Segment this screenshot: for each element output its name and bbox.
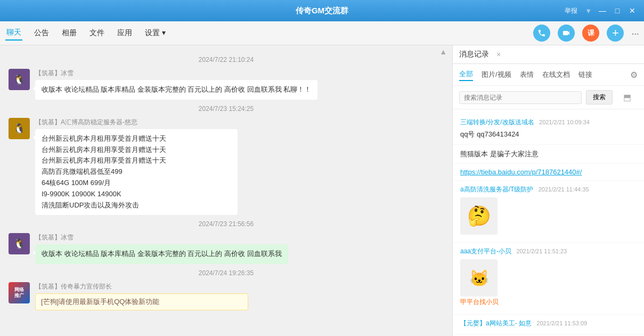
- avatar-4: 网络推广: [9, 282, 30, 303]
- bubble-1: 收版本 收论坛精品 版本库精品 金装版本完整的 百元以上的 高价收 回血联系我 …: [35, 80, 317, 100]
- filter-tab-link[interactable]: 链接: [578, 69, 592, 81]
- window-title: 传奇GM交流群: [296, 6, 348, 16]
- nav-bar: 聊天 公告 相册 文件 应用 设置 ▾ 课 + ···: [0, 21, 644, 45]
- right-panel: 消息记录 × 全部 图片/视频 表情 在线文档 链接 ⚙ 搜索 ⬒ 三端转换/分…: [452, 45, 644, 336]
- window-controls: — □ ✕: [596, 4, 639, 17]
- timestamp-1: 2024/7/22 21:10:24: [0, 56, 452, 63]
- video-call-btn[interactable]: [558, 25, 575, 42]
- class-btn[interactable]: 课: [582, 25, 599, 42]
- search-btn[interactable]: 搜索: [586, 90, 613, 105]
- bubble-2: 台州新云机房本月租用享受首月赠送十天 台州新云机房本月租用享受首月赠送十天 台州…: [35, 129, 238, 215]
- record-sender-5: aaa支付平台-小贝 2021/2/21 11:51:23: [460, 247, 637, 256]
- nav-right: 课 + ···: [533, 25, 639, 42]
- sender-name-4: 【筑基】传奇暴力宣传部长: [35, 282, 444, 291]
- sticker-caption: 甲平台找小贝: [460, 298, 637, 307]
- avatar-1: 🐧: [9, 69, 30, 90]
- nav-item-settings[interactable]: 设置 ▾: [144, 26, 167, 40]
- phone-call-btn[interactable]: [533, 25, 550, 42]
- chat-area[interactable]: ▲ 2024/7/22 21:10:24 🐧 【筑基】冰雪 收版本 收论坛精品 …: [0, 45, 452, 336]
- filter-tab-all[interactable]: 全部: [459, 68, 473, 81]
- search-bar: 搜索 ⬒: [453, 86, 644, 109]
- record-text-2: 熊猫版本 是骗子大家注意: [460, 149, 637, 159]
- record-link-1[interactable]: https://tieba.baidu.com/p/7187621440#/: [460, 168, 582, 176]
- search-input[interactable]: [459, 91, 582, 104]
- nav-left: 聊天 公告 相册 文件 应用 设置 ▾: [5, 26, 167, 41]
- minimize-btn[interactable]: —: [596, 4, 609, 17]
- title-bar: 传奇GM交流群 举报 ▼ — □ ✕: [0, 0, 644, 21]
- message-group-3: 🐧 【筑基】冰雪 收版本 收论坛精品 版本库精品 金装版本完整的 百元以上的 高…: [9, 233, 444, 264]
- bubble-3: 收版本 收论坛精品 版本库精品 金装版本完整的 百元以上的 高价收 回血联系我: [35, 244, 288, 264]
- records-list[interactable]: 三端转换/分发/改版送域名 2021/2/21 10:09:34 qq号 qq7…: [453, 109, 644, 336]
- nav-item-file[interactable]: 文件: [88, 26, 105, 40]
- record-emoji-5: 🐱 甲平台找小贝: [460, 259, 637, 307]
- filter-tab-emoji[interactable]: 表情: [520, 69, 534, 81]
- bubble-4: [芒狗]请使用最新版手机QQ体验新功能: [35, 293, 248, 310]
- record-item-5: aaa支付平台-小贝 2021/2/21 11:51:23 🐱 甲平台找小贝: [453, 243, 644, 315]
- record-text-1: qq号 qq736413424: [460, 129, 637, 140]
- nav-item-app[interactable]: 应用: [116, 26, 133, 40]
- avatar-3: 🐧: [9, 233, 30, 254]
- message-content-1: 【筑基】冰雪 收版本 收论坛精品 版本库精品 金装版本完整的 百元以上的 高价收…: [35, 69, 444, 100]
- timestamp-2: 2024/7/23 15:24:25: [0, 105, 452, 113]
- timestamp-3: 2024/7/23 21:56:56: [0, 220, 452, 228]
- add-btn[interactable]: +: [607, 25, 624, 42]
- message-content-3: 【筑基】冰雪 收版本 收论坛精品 版本库精品 金装版本完整的 百元以上的 高价收…: [35, 233, 444, 264]
- record-item-6: 【元婴】a网站美工- 如意 2021/2/21 11:53:09: [453, 315, 644, 335]
- message-content-4: 【筑基】传奇暴力宣传部长 [芒狗]请使用最新版手机QQ体验新功能: [35, 282, 444, 310]
- record-item-4: a高防清洗服务器/T级防护 2021/2/21 11:44:35 🤔: [453, 181, 644, 243]
- message-group-4: 网络推广 【筑基】传奇暴力宣传部长 [芒狗]请使用最新版手机QQ体验新功能: [9, 282, 444, 310]
- sender-name-3: 【筑基】冰雪: [35, 233, 444, 242]
- record-item-1: 三端转换/分发/改版送域名 2021/2/21 10:09:34 qq号 qq7…: [453, 114, 644, 145]
- main-layout: ▲ 2024/7/22 21:10:24 🐧 【筑基】冰雪 收版本 收论坛精品 …: [0, 45, 644, 336]
- emoji-sticker-2: 🐱: [460, 259, 498, 297]
- export-btn[interactable]: ⬒: [617, 90, 638, 105]
- filter-icon[interactable]: ⚙: [630, 70, 638, 80]
- filter-tab-doc[interactable]: 在线文档: [542, 69, 570, 81]
- filter-tabs: 全部 图片/视频 表情 在线文档 链接 ⚙: [453, 64, 644, 86]
- record-emoji-4: 🤔: [460, 197, 637, 235]
- nav-item-chat[interactable]: 聊天: [5, 26, 22, 41]
- message-group-1: 🐧 【筑基】冰雪 收版本 收论坛精品 版本库精品 金装版本完整的 百元以上的 高…: [9, 69, 444, 100]
- avatar-2: 🐧: [9, 118, 30, 139]
- record-item-3: https://tieba.baidu.com/p/7187621440#/: [453, 164, 644, 181]
- close-btn[interactable]: ✕: [626, 4, 639, 17]
- panel-close-btn[interactable]: ×: [496, 50, 501, 59]
- record-sender-1: 三端转换/分发/改版送域名 2021/2/21 10:09:34: [460, 118, 637, 127]
- panel-header: 消息记录 ×: [453, 45, 644, 64]
- sender-name-1: 【筑基】冰雪: [35, 69, 444, 78]
- panel-title: 消息记录: [459, 50, 489, 59]
- nav-item-album[interactable]: 相册: [61, 26, 78, 40]
- timestamp-4: 2024/7/24 19:26:35: [0, 269, 452, 277]
- message-content-2: 【筑基】A汇博高防稳定服务器-慈悲 台州新云机房本月租用享受首月赠送十天 台州新…: [35, 118, 444, 215]
- collapse-btn[interactable]: ▲: [439, 47, 447, 56]
- record-sender-4: a高防清洗服务器/T级防护 2021/2/21 11:44:35: [460, 185, 637, 194]
- filter-tab-media[interactable]: 图片/视频: [482, 69, 511, 81]
- nav-item-notice[interactable]: 公告: [33, 26, 50, 40]
- message-group-2: 🐧 【筑基】A汇博高防稳定服务器-慈悲 台州新云机房本月租用享受首月赠送十天 台…: [9, 118, 444, 215]
- record-sender-6: 【元婴】a网站美工- 如意 2021/2/21 11:53:09: [460, 319, 637, 328]
- more-btn[interactable]: ···: [631, 27, 639, 39]
- emoji-sticker-1: 🤔: [460, 197, 498, 235]
- sender-name-2: 【筑基】A汇博高防稳定服务器-慈悲: [35, 118, 444, 127]
- maximize-btn[interactable]: □: [611, 4, 624, 17]
- report-btn[interactable]: 举报: [561, 5, 581, 17]
- title-bar-right: 举报 ▼ — □ ✕: [561, 4, 639, 17]
- record-item-2: 熊猫版本 是骗子大家注意: [453, 145, 644, 164]
